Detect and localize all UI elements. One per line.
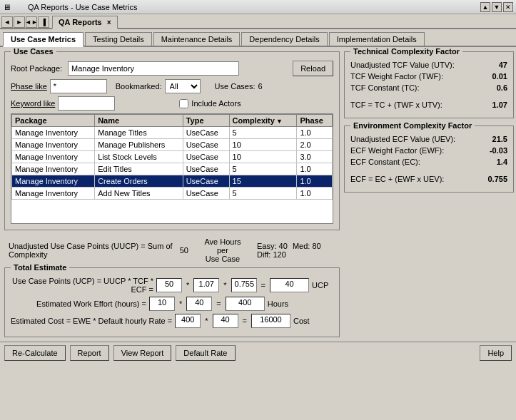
tcf-title: Technical Complexity Factor [350,47,462,56]
ecf-rows: Unadjusted ECF Value (UEV): 21.5 ECF Wei… [350,135,507,183]
ucp-val1: 50 [156,278,182,292]
close-btn[interactable]: ✕ [503,2,513,12]
cost-result: 16000 [251,314,290,328]
tab-use-case-metrics[interactable]: Use Case Metrics [3,32,84,47]
left-panel: Use Cases Root Package: Reload Phase lik… [4,51,340,337]
use-cases-count-value: 6 [258,82,262,91]
root-package-row: Root Package: Reload [11,61,333,76]
bookmarked-select[interactable]: All Yes No [165,79,201,93]
main-content: Use Cases Root Package: Reload Phase lik… [0,47,516,342]
tab-testing-details[interactable]: Testing Details [85,32,152,46]
phase-like-input[interactable] [50,79,107,93]
tcf-row-1: TCF Weight Factor (TWF): 0.01 [350,72,507,81]
ucp-op1: * [185,281,191,290]
cost-val2: 40 [213,314,238,328]
help-button[interactable]: Help [480,345,512,361]
cost-label: Estimated Cost = EWE * Default hourly Ra… [11,317,172,325]
table-row[interactable]: Manage InventoryCreate OrdersUseCase151.… [12,175,333,188]
bookmarked-label: Bookmarked: [116,82,162,91]
ucp-eq: = [260,281,267,290]
ewe-val1: 10 [149,297,175,311]
outer-tab[interactable]: QA Reports × [52,16,118,29]
nav-prev-btn[interactable]: ◄ [1,16,13,28]
minimize-btn[interactable]: ▲ [480,2,490,12]
tab-maintenance-details[interactable]: Maintenance Details [153,32,241,46]
keyword-like-btn[interactable]: Keyword like [11,99,55,108]
tcf-row-2: TCF Constant (TC): 0.6 [350,83,507,92]
include-actors-checkbox[interactable] [179,99,188,108]
uucp-label: Unadjusted Use Case Points (UUCP) = Sum … [9,242,173,259]
recalculate-button[interactable]: Re-Calculate [4,345,66,361]
complexity-sort-icon: ▼ [276,118,283,125]
ucp-unit: UCP [312,281,333,290]
tcf-rows: Unadjusted TCF Value (UTV): 47 TCF Weigh… [350,61,507,109]
nav-first-btn[interactable]: ◄► [26,16,37,28]
bottom-left-buttons: Re-Calculate Report View Report Default … [4,345,236,361]
ewe-unit: Hours [268,299,289,308]
cost-row: Estimated Cost = EWE * Default hourly Ra… [11,314,333,328]
reload-button[interactable]: Reload [293,61,333,76]
ecf-title: Environment Complexity Factor [350,121,475,130]
tcf-row-0: Unadjusted TCF Value (UTV): 47 [350,61,507,69]
cost-eq: = [241,317,248,325]
table-row[interactable]: Manage InventoryList Stock LevelsUseCase… [12,151,333,163]
include-actors-label: Include Actors [191,99,241,108]
col-phase[interactable]: Phase [297,115,333,127]
use-cases-group: Use Cases Root Package: Reload Phase lik… [4,51,340,230]
easy-label: Easy: 40 [257,242,288,250]
nav-arrows: ◄ ► ◄► ▐ [1,16,49,28]
tcf-group: Technical Complexity Factor Unadjusted T… [344,51,514,118]
outer-tab-close[interactable]: × [107,19,111,26]
phase-like-btn[interactable]: Phase like [11,82,47,91]
ucp-op2: * [222,281,228,290]
ucp-row: Use Case Points (UCP) = UUCP * TCF * ECF… [11,277,333,294]
use-cases-table: Package Name Type Complexity▼ Phase Mana… [11,114,333,200]
col-complexity[interactable]: Complexity▼ [229,115,297,127]
ecf-row-0: Unadjusted ECF Value (UEV): 21.5 [350,135,507,143]
col-package[interactable]: Package [12,115,95,127]
tab-implementation-details[interactable]: Implementation Details [329,32,425,46]
ewe-val2: 40 [186,297,212,311]
ecf-row-1: ECF Weight Factor (EWF): -0.03 [350,146,507,155]
cost-op1: * [203,317,209,325]
nav-list-btn[interactable]: ▐ [38,16,49,28]
med-label: Med: 80 [293,242,321,250]
include-actors-row: Include Actors [179,99,241,108]
table-row[interactable]: Manage InventoryManage TitlesUseCase51.0 [12,127,333,139]
cost-unit: Cost [293,317,315,325]
root-package-input[interactable] [68,61,239,76]
ewe-label: Estimated Work Effort (hours) = [11,299,146,308]
tab-dependency-details[interactable]: Dependency Details [241,32,327,46]
table-row[interactable]: Manage InventoryEdit TitlesUseCase51.0 [12,163,333,175]
tcf-row-4: TCF = TC + (TWF x UTV): 1.07 [350,101,507,109]
table-row[interactable]: Manage InventoryAdd New TitlesUseCase51.… [12,188,333,200]
use-cases-count-label: Use Cases: [215,82,256,91]
view-report-button[interactable]: View Report [113,345,172,361]
root-package-label: Root Package: [11,64,68,73]
maximize-btn[interactable]: ▼ [492,2,502,12]
ecf-group: Environment Complexity Factor Unadjusted… [344,126,514,193]
col-name[interactable]: Name [95,115,183,127]
summary-row: Unadjusted Use Case Points (UUCP) = Sum … [4,235,340,265]
default-rate-button[interactable]: Default Rate [176,345,235,361]
cost-val1: 400 [175,314,201,328]
nav-next-btn[interactable]: ► [14,16,25,28]
ecf-row-2: ECF Constant (EC): 1.4 [350,158,507,166]
title-bar-text: QA Reports - Use Case Metrics [28,3,137,11]
keyword-like-input[interactable] [58,96,115,111]
right-panel: Technical Complexity Factor Unadjusted T… [344,51,514,337]
keyword-like-row: Keyword like Include Actors [11,96,333,111]
ucp-label: Use Case Points (UCP) = UUCP * TCF * ECF… [11,277,153,294]
use-cases-title: Use Cases [11,47,56,56]
bottom-bar: Re-Calculate Report View Report Default … [0,342,516,364]
col-type[interactable]: Type [183,115,229,127]
ecf-row-4: ECF = EC + (EWF x UEV): 0.755 [350,175,507,183]
title-bar: 🖥 QA Reports - Use Case Metrics ▲ ▼ ✕ [0,0,516,14]
table-row[interactable]: Manage InventoryManage PublishersUseCase… [12,139,333,151]
uucp-value: 50 [180,246,188,255]
difficulty-labels: Easy: 40 Med: 80 Diff: 120 [257,242,335,259]
phase-like-row: Phase like Bookmarked: All Yes No Use Ca… [11,79,333,93]
ave-hours-label: Ave Hours per [203,237,243,255]
report-button[interactable]: Report [70,345,109,361]
ave-hours-block: Ave Hours per Use Case [203,237,243,263]
